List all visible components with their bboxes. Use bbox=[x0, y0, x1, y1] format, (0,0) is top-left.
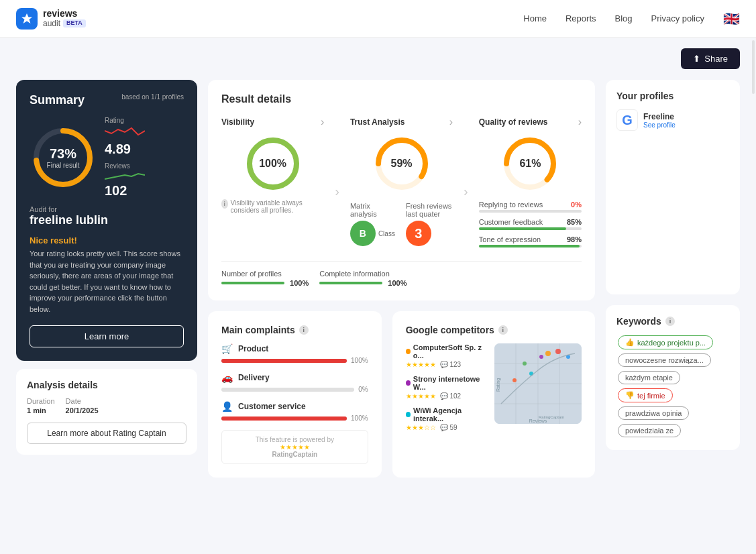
rating-captain-button[interactable]: Learn more about Rating Captain bbox=[27, 423, 186, 444]
reviews-label: Reviews bbox=[105, 162, 145, 170]
complaint-delivery: 🚗 Delivery 0% bbox=[221, 372, 368, 393]
svg-text:RatingCaptain: RatingCaptain bbox=[539, 415, 564, 419]
duration-label: Duration bbox=[27, 397, 55, 405]
final-result-circle: 73% Final result bbox=[30, 124, 97, 191]
right-panel: Your profiles G Freeline See profile Key… bbox=[606, 80, 740, 478]
competitor-3-name: WiWi Agencja interak... bbox=[406, 406, 486, 423]
fresh-label: Fresh reviews last quater bbox=[406, 202, 453, 218]
trust-title: Trust Analysis bbox=[350, 117, 405, 127]
result-circles-row: Visibility › 100% i bbox=[221, 116, 582, 253]
replying-value: 0% bbox=[571, 201, 582, 209]
keywords-list: 👍 każdego projektu p... nowoczesne rozwi… bbox=[616, 333, 729, 439]
arrow-1: › bbox=[335, 116, 339, 253]
rating-chart bbox=[105, 125, 145, 140]
result-details-title: Result details bbox=[221, 93, 582, 105]
profile-item-freeline: G Freeline See profile bbox=[616, 109, 729, 131]
logo-icon bbox=[16, 8, 38, 30]
share-button[interactable]: ⬆ Share bbox=[681, 48, 740, 69]
arrow-2: › bbox=[464, 116, 468, 253]
delivery-bar bbox=[221, 388, 354, 392]
reviews-stat: Reviews 102 bbox=[105, 162, 145, 199]
product-bar bbox=[221, 359, 347, 363]
cs-pct: 100% bbox=[351, 414, 368, 422]
quality-arrow[interactable]: › bbox=[578, 116, 582, 128]
result-details-card: Result details Visibility › bbox=[208, 80, 595, 300]
matrix-fresh-row: Matrix analysis B Class Fresh reviews la… bbox=[350, 202, 453, 246]
complete-info-value: 100% bbox=[388, 279, 407, 287]
cs-bar bbox=[221, 417, 347, 421]
analysis-title: Analysis details bbox=[27, 380, 186, 390]
nav-blog[interactable]: Blog bbox=[615, 13, 633, 23]
header: reviews audit BETA Home Reports Blog Pri… bbox=[0, 0, 756, 38]
reviews-chart bbox=[105, 171, 145, 182]
competitors-list: ComputerSoft Sp. z o... ★★★★★ 💬 123 bbox=[406, 343, 486, 438]
competitor-2-name: Strony internetowe W... bbox=[406, 375, 486, 391]
date-label: Date bbox=[66, 397, 99, 405]
product-fill bbox=[221, 359, 347, 363]
main-nav: Home Reports Blog Privacy policy 🇬🇧 bbox=[523, 11, 740, 27]
logo-reviews-text: reviews bbox=[43, 9, 86, 19]
language-flag[interactable]: 🇬🇧 bbox=[723, 11, 740, 27]
tone-label: Tone of expression bbox=[479, 235, 541, 243]
rating-label: Rating bbox=[105, 117, 145, 124]
complete-info-label: Complete information bbox=[319, 270, 407, 278]
keywords-info-icon[interactable]: i bbox=[665, 317, 675, 326]
nav-reports[interactable]: Reports bbox=[565, 13, 596, 23]
google-icon: G bbox=[616, 109, 638, 131]
keyword-4: prawdziwa opinia bbox=[618, 406, 689, 420]
feedback-label: Customer feedback bbox=[479, 218, 543, 226]
fresh-item: Fresh reviews last quater 3 bbox=[406, 202, 453, 246]
delivery-bar-row: 0% bbox=[221, 386, 368, 393]
profile-see-link[interactable]: See profile bbox=[643, 121, 676, 129]
competitor-3: WiWi Agencja interak... ★★★☆☆ 💬 59 bbox=[406, 406, 486, 431]
product-icon: 🛒 bbox=[221, 343, 233, 354]
summary-title: Summary bbox=[30, 93, 85, 107]
trust-arrow[interactable]: › bbox=[449, 116, 453, 128]
keyword-2: każdym etapie bbox=[618, 371, 680, 384]
left-panel: Summary based on 1/1 profiles 73% Final … bbox=[16, 80, 197, 478]
keywords-title: Keywords i bbox=[616, 316, 729, 327]
complaints-title: Main complaints i bbox=[221, 325, 368, 335]
tone-bar bbox=[479, 245, 580, 247]
quality-percent: 61% bbox=[519, 158, 541, 170]
competitor-3-stars: ★★★☆☆ bbox=[406, 424, 436, 431]
duration-value: 1 min bbox=[27, 406, 55, 414]
dot-2 bbox=[406, 380, 411, 386]
competitors-info-icon[interactable]: i bbox=[498, 325, 508, 335]
svg-point-17 bbox=[545, 351, 551, 356]
audit-company-name: freeline lublin bbox=[30, 213, 184, 227]
trust-donut: 59% bbox=[372, 133, 432, 194]
cs-fill bbox=[221, 417, 347, 421]
visibility-arrow[interactable]: › bbox=[321, 116, 324, 128]
center-panel: Result details Visibility › bbox=[208, 80, 595, 478]
circle-text: 73% Final result bbox=[47, 146, 80, 169]
number-profiles-value: 100% bbox=[290, 279, 309, 287]
b-class-badge: B bbox=[350, 221, 376, 246]
class-label: Class bbox=[378, 230, 395, 237]
competitor-3-count: 💬 59 bbox=[440, 424, 457, 431]
learn-more-button[interactable]: Learn more bbox=[30, 325, 184, 347]
complaints-info-icon[interactable]: i bbox=[299, 325, 309, 335]
matrix-label: Matrix analysis bbox=[350, 202, 395, 218]
main-content: Summary based on 1/1 profiles 73% Final … bbox=[0, 69, 756, 488]
competitor-1-stars: ★★★★★ bbox=[406, 361, 436, 368]
competitor-1-name: ComputerSoft Sp. z o... bbox=[406, 343, 486, 359]
reviews-value: 102 bbox=[105, 183, 145, 199]
nav-home[interactable]: Home bbox=[523, 13, 547, 23]
profile-info: Freeline See profile bbox=[643, 112, 676, 129]
competitors-layout: ComputerSoft Sp. z o... ★★★★★ 💬 123 bbox=[406, 343, 582, 438]
nice-result-text: Your rating looks pretty well. This scor… bbox=[30, 248, 184, 315]
logo-text: reviews audit BETA bbox=[43, 9, 86, 28]
logo-audit-text: audit BETA bbox=[43, 19, 86, 28]
summary-metrics: 73% Final result Rating 4.89 Reviews bbox=[30, 117, 184, 199]
nav-privacy[interactable]: Privacy policy bbox=[651, 13, 704, 23]
product-pct: 100% bbox=[351, 357, 368, 364]
nice-result-section: Nice result! Your rating looks pretty we… bbox=[30, 235, 184, 315]
quality-donut: 61% bbox=[500, 133, 560, 194]
visibility-note: i Visibility variable always considers a… bbox=[221, 199, 324, 214]
rating-stat: Rating 4.89 bbox=[105, 117, 145, 157]
visibility-percent: 100% bbox=[259, 158, 286, 170]
replying-label: Replying to reviews bbox=[479, 201, 543, 209]
complaint-product-header: 🛒 Product bbox=[221, 343, 368, 354]
competitors-map: Reviews Rating bbox=[494, 343, 582, 424]
